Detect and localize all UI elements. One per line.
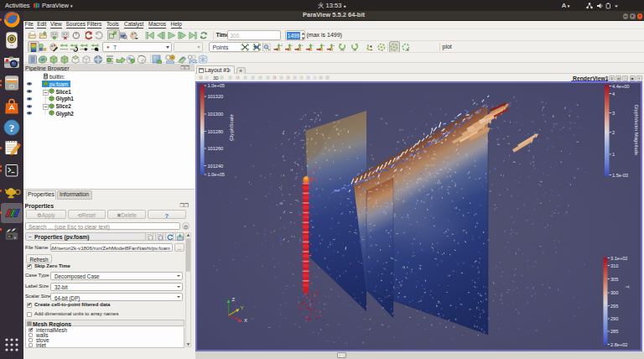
svg-text:1.0e+05: 1.0e+05 [208,83,225,88]
svg-text:285: 285 [610,329,618,334]
svg-text:101240: 101240 [208,164,224,169]
svg-text:GlyphScale: GlyphScale [228,114,234,141]
svg-text:290: 290 [610,316,618,321]
svg-text:1: 1 [612,152,615,157]
svg-text:-Y: -Y [312,44,314,47]
svg-text:Int: Int [8,235,10,238]
svg-text:+Y: +Y [301,44,303,47]
svg-text:2: 2 [612,130,615,135]
svg-text:3.1e+02: 3.1e+02 [610,256,627,261]
svg-text:295: 295 [610,304,618,309]
svg-text:+X: +X [280,44,282,47]
svg-text:X: X [244,318,247,323]
svg-text:T: T [625,285,630,289]
svg-text:4: 4 [612,91,615,96]
svg-text:GlyphVector Magnitude: GlyphVector Magnitude [634,105,639,155]
svg-text:305: 305 [610,277,618,282]
svg-text:-X: -X [291,44,293,47]
svg-text:1.0e+05: 1.0e+05 [208,172,225,177]
svg-text:-90: -90 [352,49,356,52]
svg-text:310: 310 [610,263,618,268]
svg-text:1.5e-03: 1.5e-03 [612,173,628,178]
svg-text:101260: 101260 [208,146,224,151]
svg-text:+Z: +Z [323,44,325,47]
svg-text:Z: Z [232,297,236,302]
svg-text:300: 300 [610,290,618,295]
svg-text:3: 3 [612,111,615,116]
svg-text:101300: 101300 [208,112,224,117]
svg-text:2.8e+02: 2.8e+02 [610,342,627,347]
svg-text:-Z: -Z [333,44,335,47]
svg-text:Y: Y [241,305,244,310]
svg-text:?: ? [9,121,15,133]
svg-text:101280: 101280 [208,129,224,134]
svg-text:4.4e+00: 4.4e+00 [612,84,629,89]
svg-text:+90: +90 [340,49,344,52]
svg-text:101320: 101320 [208,94,224,99]
